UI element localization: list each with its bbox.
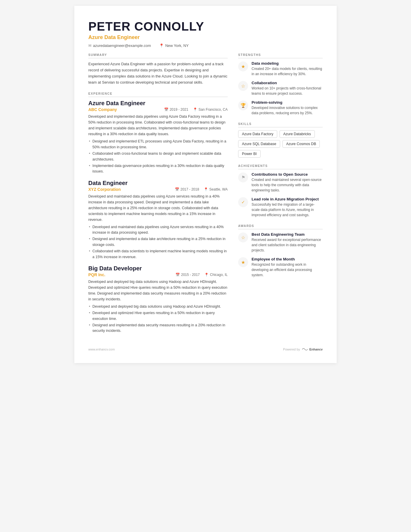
strength-2: ☆ Collaboration Worked on 10+ projects w…	[238, 81, 323, 96]
main-content: SUMMARY Experienced Azure Data Engineer …	[88, 53, 323, 340]
award-2-desc: Recognized for outstanding work in devel…	[252, 262, 323, 278]
award-2-text: Employee of the Month Recognized for out…	[252, 257, 323, 278]
achievement-2-icon-wrap: ✓	[238, 197, 248, 207]
calendar-icon: 📅	[164, 108, 168, 112]
job-1: Azure Data Engineer ABC Company 📅 2019 -…	[88, 100, 228, 174]
skill-2: Azure Databricks	[280, 130, 315, 138]
strength-2-desc: Worked on 10+ projects with cross-functi…	[252, 86, 323, 96]
strength-3-title: Problem-solving	[252, 100, 323, 105]
award-1-text: Best Data Engineering Team Received awar…	[252, 232, 323, 253]
job-2-meta: XYZ Corporation 📅 2017 - 2018 📍 Seattle,…	[88, 187, 228, 192]
job-2-info: 📅 2017 - 2018 📍 Seattle, WA	[175, 187, 228, 191]
job-2-bullet-2: Designed and implemented a data lake arc…	[88, 236, 228, 248]
job-2: Data Engineer XYZ Corporation 📅 2017 - 2…	[88, 180, 228, 260]
strength-1: ★ Data modeling Created 20+ data models …	[238, 61, 323, 77]
job-3-bullet-1: Developed and deployed big data solution…	[88, 304, 228, 309]
award-2-icon-wrap: ★	[238, 257, 248, 267]
award-2: ★ Employee of the Month Recognized for o…	[238, 257, 323, 278]
job-1-info: 📅 2019 - 2021 📍 San Francisco, CA	[164, 108, 228, 112]
check-icon: ✓	[241, 200, 245, 205]
achievement-2: ✓ Lead role in Azure Migration Project S…	[238, 197, 323, 218]
pin-icon: 📍	[193, 108, 197, 112]
job-1-meta: ABC Company 📅 2019 - 2021 📍 San Francisc…	[88, 107, 228, 112]
enhancv-logo-icon	[302, 347, 308, 351]
job-3-company: PQR Inc.	[88, 272, 105, 277]
strength-2-text: Collaboration Worked on 10+ projects wit…	[252, 81, 323, 96]
skills-grid: Azure Data Factory Azure Databricks Azur…	[238, 130, 323, 158]
award-star-outline-icon: ☆	[241, 235, 245, 240]
achievement-2-desc: Successfully led the migration of a larg…	[252, 202, 323, 218]
pin-icon-3: 📍	[204, 273, 209, 277]
experience-section: EXPERIENCE Azure Data Engineer ABC Compa…	[88, 92, 228, 334]
award-1-icon-wrap: ☆	[238, 232, 248, 242]
award-2-title: Employee of the Month	[252, 257, 323, 261]
skill-1: Azure Data Factory	[238, 130, 277, 138]
email-icon: ✉	[88, 43, 92, 48]
job-3-desc: Developed and deployed big data solution…	[88, 279, 228, 302]
calendar-icon-3: 📅	[175, 273, 180, 277]
footer-website: www.enhancv.com	[88, 348, 115, 351]
skill-3: Azure SQL Database	[238, 140, 280, 148]
resume-header: PETER CONNOLLY Azure Data Engineer ✉ azu…	[88, 20, 323, 48]
job-2-location: 📍 Seattle, WA	[204, 187, 228, 191]
achievement-1-desc: Created and maintained several open-sour…	[252, 177, 323, 193]
strength-3-text: Problem-solving Developed innovative sol…	[252, 100, 323, 116]
contact-info: ✉ azuredataengineer@example.com 📍 New Yo…	[88, 43, 323, 48]
achievement-2-title: Lead role in Azure Migration Project	[252, 197, 323, 201]
job-1-location: 📍 San Francisco, CA	[193, 108, 228, 112]
job-1-company: ABC Company	[88, 107, 117, 112]
skill-5: Power BI	[238, 150, 261, 158]
enhancv-logo: Enhancv	[302, 347, 323, 351]
strength-1-title: Data modeling	[252, 61, 323, 66]
job-2-bullet-1: Developed and maintained data pipelines …	[88, 224, 228, 236]
flag-icon: ⚑	[241, 175, 245, 180]
job-1-desc: Developed and implemented data pipelines…	[88, 114, 228, 137]
awards-title: AWARDS	[238, 224, 323, 229]
job-3-bullet-3: Designed and implemented data security m…	[88, 323, 228, 334]
powered-by-text: Powered by	[283, 348, 300, 351]
strength-1-text: Data modeling Created 20+ data models fo…	[252, 61, 323, 77]
job-1-bullet-2: Collaborated with cross-functional teams…	[88, 151, 228, 162]
job-3-title: Big Data Developer	[88, 265, 228, 272]
job-3-period: 📅 2015 - 2017	[175, 273, 200, 277]
job-3-bullets: Developed and deployed big data solution…	[88, 304, 228, 334]
strength-3-desc: Developed innovative solutions to comple…	[252, 105, 323, 116]
pin-icon-2: 📍	[204, 187, 208, 191]
strength-1-icon-wrap: ★	[238, 61, 248, 71]
strength-1-desc: Created 20+ data models for clients, res…	[252, 66, 323, 77]
skill-4: Azure Cosmos DB	[282, 140, 320, 148]
job-1-bullet-3: Implemented data governance policies res…	[88, 163, 228, 175]
right-column: STRENGTHS ★ Data modeling Created 20+ da…	[238, 53, 323, 340]
candidate-title: Azure Data Engineer	[88, 34, 323, 40]
star-filled-icon: ★	[241, 64, 245, 69]
strengths-title: STRENGTHS	[238, 53, 323, 58]
award-star-filled-icon: ★	[241, 260, 245, 265]
job-3-info: 📅 2015 - 2017 📍 Chicago, IL	[175, 273, 228, 277]
location-info: 📍 New York, NY	[159, 43, 189, 48]
star-outline-icon: ☆	[241, 83, 245, 89]
award-1: ☆ Best Data Engineering Team Received aw…	[238, 232, 323, 253]
email-info: ✉ azuredataengineer@example.com	[88, 43, 151, 48]
job-3-location: 📍 Chicago, IL	[204, 273, 228, 277]
achievement-1-title: Contributions to Open Source	[252, 172, 323, 177]
job-1-bullet-1: Designed and implemented ETL processes u…	[88, 139, 228, 150]
location-icon: 📍	[159, 43, 164, 48]
trophy-icon: 🏆	[240, 103, 246, 108]
job-2-company: XYZ Corporation	[88, 187, 121, 192]
resume-footer: www.enhancv.com Powered by Enhancv	[88, 347, 323, 351]
achievements-title: ACHIEVEMENTS	[238, 164, 323, 169]
job-2-desc: Developed and maintained data pipelines …	[88, 193, 228, 223]
award-1-title: Best Data Engineering Team	[252, 232, 323, 237]
job-3-bullet-2: Developed and optimized Hive queries res…	[88, 310, 228, 322]
job-2-bullet-3: Collaborated with data scientists to imp…	[88, 249, 228, 260]
job-2-period: 📅 2017 - 2018	[175, 187, 199, 191]
achievement-1-icon-wrap: ⚑	[238, 172, 248, 182]
summary-title: SUMMARY	[88, 53, 228, 58]
skills-section: SKILLS Azure Data Factory Azure Databric…	[238, 122, 323, 158]
strength-2-icon-wrap: ☆	[238, 81, 248, 91]
footer-brand: Powered by Enhancv	[283, 347, 323, 351]
experience-title: EXPERIENCE	[88, 92, 228, 97]
job-2-bullets: Developed and maintained data pipelines …	[88, 224, 228, 260]
location-value: New York, NY	[165, 43, 189, 48]
job-2-title: Data Engineer	[88, 180, 228, 186]
